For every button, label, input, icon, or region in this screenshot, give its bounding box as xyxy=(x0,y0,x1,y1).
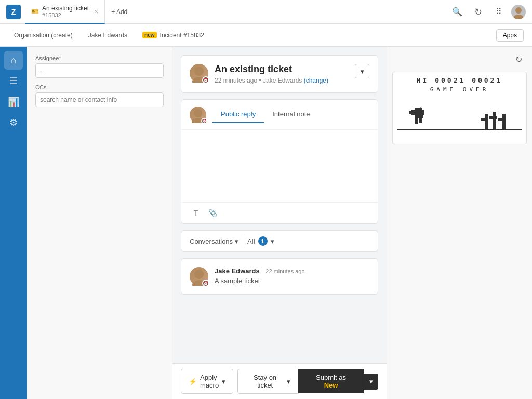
ticket-meta: 22 minutes ago • Jake Edwards (change) xyxy=(215,77,349,84)
conv-header: Jake Edwards 22 minutes ago xyxy=(215,267,369,275)
separator xyxy=(243,236,243,246)
logo: Z xyxy=(6,5,21,19)
ticket-author-avatar: ⏰ xyxy=(190,64,208,83)
tab-icon: 🎫 xyxy=(31,8,39,15)
all-filter[interactable]: All 1 ▾ xyxy=(247,236,274,246)
ticket-title-section: An existing ticket 22 minutes ago • Jake… xyxy=(215,64,349,84)
main-layout: ⌂ ☰ 📊 ⚙ Assignee* CCs ⏰ An existing tick… xyxy=(0,47,532,399)
right-panel: ↻ HI 00021 00021 GAME OVER ☁ xyxy=(387,47,532,399)
ccs-label: CCs xyxy=(35,84,164,90)
assignee-input[interactable] xyxy=(35,63,164,78)
sub-nav: Organisation (create) Jake Edwards new I… xyxy=(0,24,532,47)
tab-bar: 🎫 An existing ticket #15832 × + Add xyxy=(25,0,445,24)
right-panel-top: ↻ xyxy=(387,47,532,72)
macro-label: Apply macro xyxy=(200,374,219,389)
svg-rect-20 xyxy=(498,118,506,121)
reply-header: ⏰ Public reply Internal note xyxy=(181,100,378,130)
right-panel-refresh-icon[interactable]: ↻ xyxy=(510,51,527,68)
svg-point-2 xyxy=(194,66,204,76)
apps-button[interactable]: Apps xyxy=(496,29,524,42)
ticket-title: An existing ticket xyxy=(215,64,349,75)
public-reply-tab[interactable]: Public reply xyxy=(212,106,264,123)
submit-button[interactable]: Submit as New xyxy=(298,369,364,393)
conversations-bar: Conversations ▾ All 1 ▾ xyxy=(181,230,378,252)
reply-avatar-badge: ⏰ xyxy=(201,118,207,124)
apps-grid-icon[interactable]: ⠿ xyxy=(490,4,507,20)
sidebar-item-reports[interactable]: 📊 xyxy=(4,92,23,111)
tab-close-button[interactable]: × xyxy=(94,7,98,16)
attachment-icon[interactable]: 📎 xyxy=(206,207,219,219)
left-panel: Assignee* CCs xyxy=(27,47,172,399)
submit-group: Stay on ticket ▾ Submit as New ▾ xyxy=(237,369,378,394)
ticket-dropdown-button[interactable]: ▾ xyxy=(355,64,369,78)
conv-avatar-badge: ⏰ xyxy=(202,280,209,287)
tab-title: An existing ticket xyxy=(42,5,89,12)
svg-rect-17 xyxy=(493,112,496,129)
avatar-badge: ⏰ xyxy=(202,76,209,84)
ticket-header-card: ⏰ An existing ticket 22 minutes ago • Ja… xyxy=(181,55,378,93)
org-create-link[interactable]: Organisation (create) xyxy=(8,29,78,42)
incident-link[interactable]: new Incident #15832 xyxy=(137,30,209,41)
new-badge: new xyxy=(142,32,156,38)
conv-content: Jake Edwards 22 minutes ago A sample tic… xyxy=(215,267,369,286)
svg-rect-10 xyxy=(409,111,413,114)
top-bar: Z 🎫 An existing ticket #15832 × + Add 🔍 … xyxy=(0,0,532,24)
svg-rect-19 xyxy=(502,114,506,129)
svg-rect-16 xyxy=(481,118,488,121)
user-link[interactable]: Jake Edwards xyxy=(83,29,133,42)
dino-icon xyxy=(407,105,428,129)
conv-text: A sample ticket xyxy=(215,277,369,285)
add-tab-button[interactable]: + Add xyxy=(105,8,134,16)
reply-textarea[interactable] xyxy=(190,134,369,196)
svg-point-6 xyxy=(194,270,204,279)
ticket-header: ⏰ An existing ticket 22 minutes ago • Ja… xyxy=(190,64,369,84)
svg-point-0 xyxy=(515,7,522,14)
svg-point-1 xyxy=(513,15,524,19)
reply-tabs: Public reply Internal note xyxy=(212,106,318,123)
search-icon[interactable]: 🔍 xyxy=(449,4,466,20)
game-container: HI 00021 00021 GAME OVER ☁ xyxy=(392,72,527,144)
reply-toolbar: T 📎 xyxy=(181,202,378,223)
ccs-input[interactable] xyxy=(35,92,164,107)
apply-macro-button[interactable]: ⚡ Apply macro ▾ xyxy=(181,369,233,394)
active-tab[interactable]: 🎫 An existing ticket #15832 × xyxy=(25,0,105,24)
refresh-icon[interactable]: ↻ xyxy=(470,4,486,20)
user-avatar[interactable] xyxy=(511,5,526,19)
game-score-text: HI 00021 00021 xyxy=(397,76,522,84)
sidebar-nav: ⌂ ☰ 📊 ⚙ xyxy=(0,47,27,399)
incident-label: Incident #15832 xyxy=(160,32,204,39)
game-scene: ☁ xyxy=(397,99,522,130)
submit-status: New xyxy=(324,381,338,389)
game-over-text: GAME OVER xyxy=(397,86,522,93)
svg-rect-18 xyxy=(489,116,497,119)
conversation-count: 1 xyxy=(258,236,268,246)
conv-time: 22 minutes ago xyxy=(265,268,304,274)
sidebar-item-home[interactable]: ⌂ xyxy=(4,51,23,70)
macro-dropdown-icon: ▾ xyxy=(222,378,225,385)
bottom-bar: ⚡ Apply macro ▾ Stay on ticket ▾ Submit … xyxy=(172,363,387,399)
conv-author-name: Jake Edwards xyxy=(215,267,260,275)
svg-rect-13 xyxy=(419,115,422,123)
change-author-link[interactable]: (change) xyxy=(304,77,328,84)
macro-icon: ⚡ xyxy=(189,378,197,385)
stay-on-ticket-button[interactable]: Stay on ticket ▾ xyxy=(237,369,298,394)
svg-rect-14 xyxy=(422,108,424,110)
center-panel: ⏰ An existing ticket 22 minutes ago • Ja… xyxy=(172,47,387,399)
internal-note-tab[interactable]: Internal note xyxy=(264,106,318,123)
sidebar-item-settings[interactable]: ⚙ xyxy=(4,113,23,132)
cactus-icon xyxy=(481,109,512,129)
reply-avatar: ⏰ xyxy=(190,107,206,123)
ticket-main: ⏰ An existing ticket 22 minutes ago • Ja… xyxy=(172,47,387,363)
svg-rect-12 xyxy=(415,115,418,124)
svg-point-4 xyxy=(194,109,202,117)
submit-dropdown-button[interactable]: ▾ xyxy=(364,374,378,390)
svg-rect-15 xyxy=(485,114,488,129)
sidebar-item-tickets[interactable]: ☰ xyxy=(4,72,23,90)
text-format-icon[interactable]: T xyxy=(190,207,202,219)
conversations-dropdown[interactable]: Conversations ▾ xyxy=(190,237,238,245)
assignee-label: Assignee* xyxy=(35,55,164,61)
tab-subtitle: #15832 xyxy=(42,12,89,18)
conversation-item: ⏰ Jake Edwards 22 minutes ago A sample t… xyxy=(181,258,378,295)
reply-card: ⏰ Public reply Internal note T 📎 xyxy=(181,99,378,224)
reply-body[interactable] xyxy=(181,130,378,202)
